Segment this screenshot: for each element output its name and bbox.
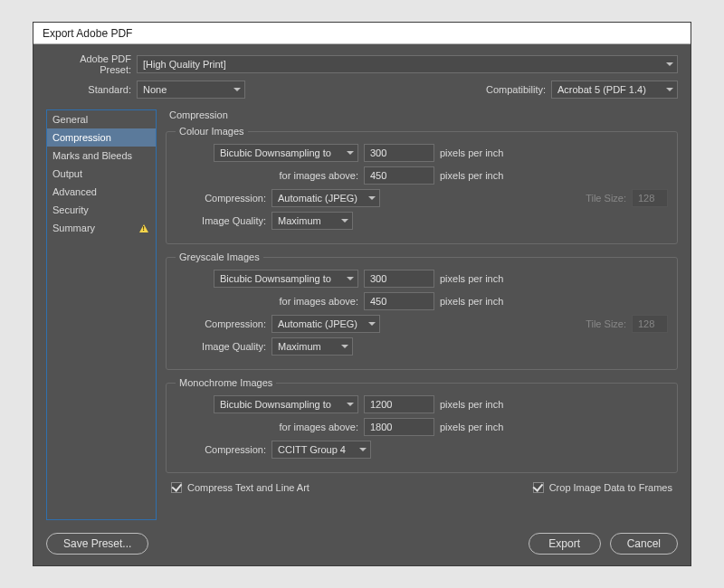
chevron-down-icon	[347, 277, 354, 280]
grey-compression-select[interactable]: Automatic (JPEG)	[272, 315, 380, 333]
sidebar-item-advanced[interactable]: Advanced	[47, 183, 156, 201]
sidebar-item-security[interactable]: Security	[47, 201, 156, 219]
warning-icon	[139, 224, 148, 232]
sidebar-item-label: Marks and Bleeds	[52, 150, 132, 161]
compress-text-label: Compress Text and Line Art	[187, 482, 310, 493]
chevron-down-icon	[347, 151, 354, 155]
grey-quality-label: Image Quality:	[176, 341, 266, 352]
checkbox-icon	[533, 482, 544, 493]
grey-above-input[interactable]: 450	[364, 292, 434, 310]
checkbox-icon	[171, 482, 182, 493]
mono-above-input[interactable]: 1800	[364, 418, 434, 436]
sidebar-item-label: Output	[52, 168, 82, 179]
sidebar-item-summary[interactable]: Summary	[47, 219, 156, 237]
compat-select[interactable]: Acrobat 5 (PDF 1.4)	[551, 81, 678, 99]
colour-tile-input: 128	[632, 189, 668, 207]
preset-select[interactable]: [High Quality Print]	[137, 55, 678, 73]
grey-quality-select[interactable]: Maximum	[272, 337, 353, 356]
export-button[interactable]: Export	[529, 533, 601, 555]
mono-downsample-select[interactable]: Bicubic Downsampling to	[214, 395, 358, 413]
colour-quality-select[interactable]: Maximum	[272, 212, 353, 230]
dialog-body: General Compression Marks and Bleeds Out…	[33, 109, 691, 526]
mono-compression-label: Compression:	[176, 444, 266, 455]
ppi-label: pixels per inch	[440, 296, 503, 307]
sidebar-item-output[interactable]: Output	[47, 165, 156, 183]
standard-value: None	[143, 81, 167, 98]
colour-images-group: Colour Images Bicubic Downsampling to 30…	[166, 126, 678, 244]
crop-image-label: Crop Image Data to Frames	[549, 482, 672, 493]
colour-compression-select[interactable]: Automatic (JPEG)	[272, 189, 380, 207]
colour-quality-label: Image Quality:	[176, 215, 266, 226]
top-form: Adobe PDF Preset: [High Quality Print] S…	[33, 44, 691, 109]
sidebar-item-general[interactable]: General	[47, 110, 156, 128]
sidebar-item-marks-bleeds[interactable]: Marks and Bleeds	[47, 147, 156, 165]
chevron-down-icon	[666, 62, 673, 66]
bottom-checkboxes: Compress Text and Line Art Crop Image Da…	[166, 480, 678, 493]
preset-label: Adobe PDF Preset:	[46, 53, 137, 75]
colour-above-label: for images above:	[176, 170, 358, 181]
compat-label: Compatibility:	[486, 84, 551, 95]
sidebar-item-label: Advanced	[52, 186, 97, 197]
compat-value: Acrobat 5 (PDF 1.4)	[557, 81, 646, 98]
colour-legend: Colour Images	[176, 126, 248, 137]
window-titlebar: Export Adobe PDF	[33, 23, 691, 44]
sidebar-item-label: Security	[52, 204, 89, 215]
colour-above-input[interactable]: 450	[364, 166, 434, 185]
ppi-label: pixels per inch	[440, 399, 503, 410]
mono-compression-select[interactable]: CCITT Group 4	[272, 441, 371, 459]
save-preset-button[interactable]: Save Preset...	[46, 533, 148, 555]
cancel-button[interactable]: Cancel	[610, 533, 678, 555]
grey-tile-input: 128	[632, 315, 668, 333]
sidebar-item-label: General	[52, 114, 88, 125]
colour-downsample-select[interactable]: Bicubic Downsampling to	[214, 144, 358, 162]
standard-select[interactable]: None	[137, 81, 245, 99]
compress-text-checkbox[interactable]: Compress Text and Line Art	[171, 482, 310, 493]
chevron-down-icon	[359, 448, 367, 451]
grey-legend: Greyscale Images	[176, 251, 263, 262]
chevron-down-icon	[666, 88, 673, 91]
sidebar-item-label: Summary	[52, 223, 95, 233]
greyscale-images-group: Greyscale Images Bicubic Downsampling to…	[166, 251, 678, 370]
ppi-label: pixels per inch	[440, 422, 503, 432]
sidebar-item-compression[interactable]: Compression	[47, 128, 156, 147]
category-sidebar: General Compression Marks and Bleeds Out…	[46, 109, 157, 520]
chevron-down-icon	[368, 322, 376, 326]
export-pdf-dialog: Export Adobe PDF Adobe PDF Preset: [High…	[33, 22, 691, 566]
preset-value: [High Quality Print]	[143, 56, 226, 72]
standard-label: Standard:	[46, 84, 137, 95]
colour-tile-label: Tile Size:	[586, 193, 626, 204]
chevron-down-icon	[341, 345, 348, 348]
colour-compression-label: Compression:	[176, 193, 266, 204]
dialog-footer: Save Preset... Export Cancel	[33, 526, 691, 565]
grey-downsample-select[interactable]: Bicubic Downsampling to	[214, 270, 358, 288]
mono-legend: Monochrome Images	[176, 377, 276, 388]
crop-image-checkbox[interactable]: Crop Image Data to Frames	[533, 482, 672, 493]
grey-tile-label: Tile Size:	[586, 318, 626, 329]
chevron-down-icon	[341, 219, 348, 223]
window-title: Export Adobe PDF	[43, 27, 132, 40]
ppi-label: pixels per inch	[440, 170, 503, 181]
chevron-down-icon	[233, 88, 241, 91]
sidebar-item-label: Compression	[52, 132, 111, 143]
ppi-label: pixels per inch	[440, 273, 503, 284]
grey-above-label: for images above:	[176, 296, 358, 307]
grey-ppi-input[interactable]: 300	[364, 270, 434, 288]
colour-downsample-value: Bicubic Downsampling to	[220, 145, 331, 161]
mono-above-label: for images above:	[176, 422, 358, 432]
ppi-label: pixels per inch	[440, 147, 503, 158]
chevron-down-icon	[347, 403, 354, 406]
chevron-down-icon	[368, 196, 376, 200]
panel-heading: Compression	[169, 109, 678, 120]
main-panel: Compression Colour Images Bicubic Downsa…	[166, 109, 678, 520]
mono-ppi-input[interactable]: 1200	[364, 395, 434, 413]
monochrome-images-group: Monochrome Images Bicubic Downsampling t…	[166, 377, 678, 473]
grey-compression-label: Compression:	[176, 318, 266, 329]
colour-ppi-input[interactable]: 300	[364, 144, 434, 162]
